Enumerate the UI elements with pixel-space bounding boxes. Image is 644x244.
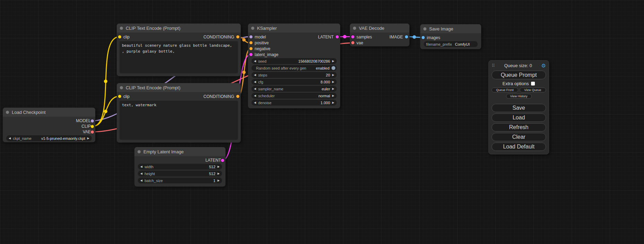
input-slot-latent-image[interactable]: latent_image: [249, 53, 279, 57]
node-load-checkpoint[interactable]: Load Checkpoint MODEL CLIP VAE ◀ ckpt_na…: [3, 108, 95, 142]
widget-batch-size[interactable]: ◀ batch_size 1 ▶: [138, 178, 222, 183]
collapse-toggle-icon[interactable]: [120, 86, 123, 89]
input-dot-negative[interactable]: [249, 47, 253, 50]
output-slot-conditioning[interactable]: CONDITIONING: [203, 35, 239, 39]
node-vae-decode[interactable]: VAE Decode samples IMAGE vae: [350, 24, 409, 46]
node-title-bar[interactable]: Load Checkpoint: [3, 108, 95, 117]
refresh-button[interactable]: Refresh: [492, 123, 546, 132]
increment-arrow-icon[interactable]: ▶: [332, 81, 334, 83]
input-slot-samples[interactable]: samples: [351, 35, 372, 39]
output-slot-latent[interactable]: LATENT: [134, 157, 226, 163]
output-dot-vae[interactable]: [91, 130, 94, 134]
node-graph-canvas[interactable]: Load Checkpoint MODEL CLIP VAE ◀ ckpt_na…: [0, 0, 644, 244]
input-dot-images[interactable]: [422, 36, 425, 39]
input-slot-clip[interactable]: clip: [118, 94, 130, 99]
output-slot-conditioning[interactable]: CONDITIONING: [203, 94, 239, 99]
extra-options-checkbox[interactable]: [531, 82, 535, 85]
input-dot-clip[interactable]: [118, 35, 121, 38]
output-slot-model[interactable]: MODEL: [3, 118, 95, 124]
input-dot-vae[interactable]: [351, 41, 354, 44]
increment-arrow-icon[interactable]: ▶: [218, 179, 220, 182]
node-title-bar[interactable]: Save Image: [420, 24, 481, 33]
decrement-arrow-icon[interactable]: ◀: [254, 60, 256, 63]
decrement-arrow-icon[interactable]: ◀: [254, 88, 256, 90]
input-slot-model[interactable]: model: [249, 35, 266, 39]
output-slot-latent[interactable]: LATENT: [318, 35, 339, 39]
input-slot-negative[interactable]: negative: [249, 47, 270, 51]
collapse-toggle-icon[interactable]: [251, 27, 254, 30]
collapse-toggle-icon[interactable]: [138, 150, 141, 153]
input-dot-clip[interactable]: [118, 95, 121, 98]
node-save-image[interactable]: Save Image images filename_prefix ComfyU…: [420, 24, 481, 49]
increment-arrow-icon[interactable]: ▶: [218, 172, 220, 175]
decrement-arrow-icon[interactable]: ◀: [140, 165, 142, 168]
queue-prompt-button[interactable]: Queue Prompt: [492, 71, 546, 79]
input-slot-images[interactable]: images: [422, 36, 440, 40]
input-slot-vae[interactable]: vae: [351, 41, 363, 45]
widget-ckpt-name[interactable]: ◀ ckpt_name v1-5-pruned-emaonly.ckpt ▶: [6, 135, 92, 141]
negative-prompt-textarea[interactable]: text, watermark: [120, 101, 238, 140]
input-slot-positive[interactable]: positive: [249, 41, 269, 45]
drag-handle-icon[interactable]: ⠿: [492, 63, 495, 68]
node-clip-text-encode-negative[interactable]: CLIP Text Encode (Prompt) clip CONDITION…: [117, 83, 241, 143]
decrement-arrow-icon[interactable]: ◀: [254, 74, 256, 76]
positive-prompt-textarea[interactable]: beautiful scenery nature glass bottle la…: [120, 41, 238, 73]
widget-seed[interactable]: ◀ seed 156680208700286 ▶: [252, 58, 337, 64]
node-title-bar[interactable]: CLIP Text Encode (Prompt): [117, 24, 241, 33]
output-dot-image[interactable]: [405, 35, 408, 38]
output-dot-conditioning[interactable]: [236, 35, 239, 38]
increment-arrow-icon[interactable]: ▶: [332, 88, 334, 90]
output-slot-image[interactable]: IMAGE: [389, 35, 408, 39]
node-clip-text-encode-positive[interactable]: CLIP Text Encode (Prompt) clip CONDITION…: [117, 24, 241, 76]
output-dot-model[interactable]: [91, 119, 94, 123]
output-dot-latent[interactable]: [221, 159, 224, 162]
collapse-toggle-icon[interactable]: [423, 27, 426, 30]
decrement-arrow-icon[interactable]: ◀: [254, 94, 256, 97]
widget-cfg[interactable]: ◀ cfg 8.000 ▶: [252, 79, 337, 85]
widget-filename-prefix[interactable]: filename_prefix ComfyUI: [424, 41, 478, 47]
increment-arrow-icon[interactable]: ▶: [218, 165, 220, 168]
view-queue-button[interactable]: View Queue: [520, 88, 546, 92]
widget-height[interactable]: ◀ height 512 ▶: [138, 171, 222, 177]
node-ksampler[interactable]: KSampler model LATENT positive: [248, 24, 340, 108]
input-dot-latent-image[interactable]: [249, 53, 253, 56]
input-dot-positive[interactable]: [249, 41, 253, 44]
increment-arrow-icon[interactable]: ▶: [332, 60, 334, 63]
node-title-bar[interactable]: KSampler: [248, 24, 340, 33]
node-title-bar[interactable]: CLIP Text Encode (Prompt): [117, 83, 241, 92]
widget-steps[interactable]: ◀ steps 20 ▶: [252, 72, 337, 78]
widget-width[interactable]: ◀ width 512 ▶: [138, 164, 222, 170]
decrement-arrow-icon[interactable]: ◀: [140, 179, 142, 182]
load-button[interactable]: Load: [492, 114, 546, 122]
output-slot-clip[interactable]: CLIP: [3, 124, 95, 129]
input-dot-model[interactable]: [249, 35, 253, 38]
output-dot-clip[interactable]: [91, 125, 94, 128]
widget-sampler-name[interactable]: ◀ sampler_name euler ▶: [252, 86, 337, 92]
increment-arrow-icon[interactable]: ▶: [332, 94, 334, 97]
increment-arrow-icon[interactable]: ▶: [87, 137, 89, 140]
decrement-arrow-icon[interactable]: ◀: [254, 101, 256, 104]
output-dot-latent[interactable]: [336, 35, 339, 38]
view-history-button[interactable]: View History: [506, 94, 532, 99]
save-button[interactable]: Save: [492, 104, 546, 112]
decrement-arrow-icon[interactable]: ◀: [9, 137, 11, 140]
collapse-toggle-icon[interactable]: [120, 27, 123, 30]
input-slot-clip[interactable]: clip: [118, 35, 130, 39]
widget-denoise[interactable]: ◀ denoise 1.000 ▶: [252, 100, 337, 106]
widget-random-seed[interactable]: Random seed after every gen enabled: [252, 65, 337, 71]
node-empty-latent-image[interactable]: Empty Latent Image LATENT ◀ width 512 ▶ …: [134, 147, 226, 187]
collapse-toggle-icon[interactable]: [353, 27, 356, 30]
clear-button[interactable]: Clear: [492, 133, 546, 141]
load-default-button[interactable]: Load Default: [492, 143, 546, 151]
queue-front-button[interactable]: Queue Front: [492, 88, 518, 92]
output-dot-conditioning[interactable]: [236, 95, 239, 98]
input-dot-samples[interactable]: [351, 35, 354, 38]
decrement-arrow-icon[interactable]: ◀: [140, 172, 142, 175]
increment-arrow-icon[interactable]: ▶: [332, 101, 334, 104]
widget-scheduler[interactable]: ◀ scheduler normal ▶: [252, 93, 337, 99]
node-title-bar[interactable]: VAE Decode: [350, 24, 409, 33]
collapse-toggle-icon[interactable]: [6, 111, 9, 114]
settings-gear-icon[interactable]: ⚙: [541, 63, 546, 68]
toggle-knob-icon[interactable]: [332, 66, 335, 70]
increment-arrow-icon[interactable]: ▶: [332, 74, 334, 76]
